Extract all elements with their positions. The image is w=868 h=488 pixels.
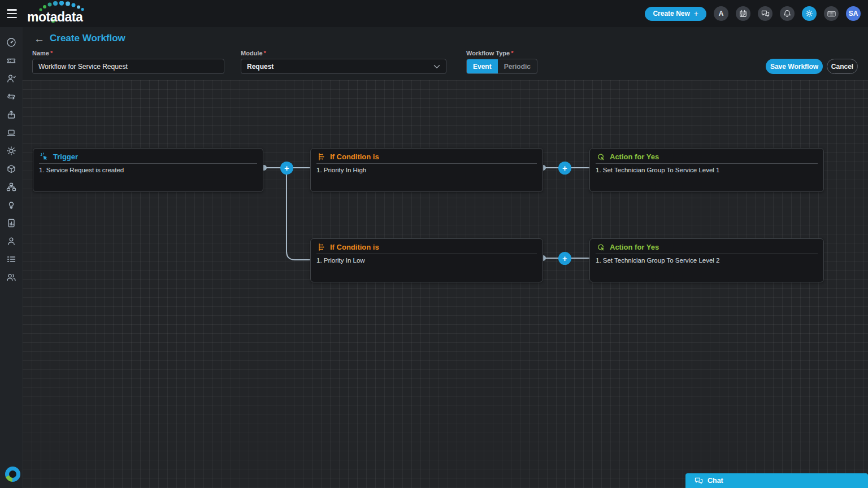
release-icon xyxy=(6,110,16,120)
messages-button[interactable] xyxy=(758,6,772,21)
add-node-button-after-trigger[interactable]: + xyxy=(280,162,293,175)
ticket-icon xyxy=(6,55,16,66)
brand-logo[interactable]: motadata xyxy=(27,1,101,26)
sidebar-item-assets[interactable] xyxy=(2,124,20,142)
condition-rules-icon xyxy=(318,152,326,161)
report-icon xyxy=(6,218,16,228)
create-new-button[interactable]: Create New + xyxy=(645,7,706,21)
node-action-2[interactable]: Action for Yes 1. Set Technician Group T… xyxy=(589,238,824,282)
module-select-value: Request xyxy=(247,63,274,71)
node-trigger[interactable]: Trigger 1. Service Request is created xyxy=(33,148,263,192)
workflow-type-periodic[interactable]: Periodic xyxy=(498,59,537,73)
chevron-down-icon xyxy=(433,64,440,69)
announcement-button[interactable]: A xyxy=(714,6,728,21)
action-tap-icon xyxy=(597,152,605,161)
gear-icon xyxy=(805,10,813,18)
node-condition-2[interactable]: If Condition is 1. Priority In Low xyxy=(310,238,543,282)
brand-name: motadata xyxy=(27,10,83,25)
add-node-button-after-condition-1[interactable]: + xyxy=(558,162,571,175)
sitemap-icon xyxy=(6,182,16,192)
node-title: If Condition is xyxy=(330,152,379,161)
sidebar xyxy=(0,27,23,488)
node-title: If Condition is xyxy=(330,243,379,251)
node-title: Trigger xyxy=(53,152,78,161)
action-tap-icon xyxy=(597,243,605,251)
bell-icon xyxy=(783,10,791,18)
package-icon xyxy=(6,164,16,174)
node-condition-1[interactable]: If Condition is 1. Priority In High xyxy=(310,148,543,192)
task-list-icon xyxy=(6,254,16,264)
calendar-icon xyxy=(739,10,747,18)
chat-bar[interactable]: Chat xyxy=(685,473,868,488)
topbar: motadata Create New + A xyxy=(0,0,868,27)
gear-icon xyxy=(6,146,16,156)
sidebar-item-release[interactable] xyxy=(2,106,20,124)
settings-button[interactable] xyxy=(802,6,817,21)
page-title-row: ← Create Workflow xyxy=(34,33,125,44)
module-label: Module* xyxy=(241,50,266,56)
sidebar-item-workflows[interactable] xyxy=(2,88,20,106)
workflow-canvas[interactable]: + + + Trigger 1. Service Request is crea… xyxy=(23,80,868,488)
sidebar-item-dashboard[interactable] xyxy=(2,33,20,51)
brand-ring-hole xyxy=(9,470,16,478)
laptop-icon xyxy=(6,128,16,138)
condition-rules-icon xyxy=(318,243,326,251)
node-title: Action for Yes xyxy=(610,152,659,161)
required-marker: * xyxy=(264,50,266,56)
required-marker: * xyxy=(511,50,513,56)
node-item: 1. Service Request is created xyxy=(33,164,263,173)
cancel-button[interactable]: Cancel xyxy=(827,59,858,74)
chat-bubbles-icon xyxy=(761,10,770,18)
sidebar-item-settings[interactable] xyxy=(2,142,20,160)
sidebar-item-packages[interactable] xyxy=(2,160,20,178)
app-root: motadata Create New + A xyxy=(0,0,868,488)
workflow-type-toggle: Event Periodic xyxy=(466,59,537,74)
topbar-actions: Create New + A xyxy=(645,6,868,21)
keyboard-button[interactable] xyxy=(824,6,839,21)
workflow-type-label: Workflow Type* xyxy=(466,50,514,56)
sidebar-item-reports[interactable] xyxy=(2,214,20,232)
back-arrow-icon[interactable]: ← xyxy=(34,33,45,44)
save-workflow-button[interactable]: Save Workflow xyxy=(766,59,823,74)
trigger-click-icon xyxy=(40,152,49,161)
sidebar-item-requests[interactable] xyxy=(2,51,20,69)
keyboard-icon xyxy=(827,10,836,18)
workflow-type-event[interactable]: Event xyxy=(467,59,498,73)
plus-icon: + xyxy=(694,9,698,18)
bulb-icon xyxy=(6,200,16,210)
module-select[interactable]: Request xyxy=(241,59,446,74)
workflow-connectors xyxy=(23,80,868,488)
sidebar-item-topology[interactable] xyxy=(2,178,20,196)
contacts-icon xyxy=(6,272,16,282)
hamburger-menu-icon[interactable] xyxy=(7,9,19,18)
notifications-button[interactable] xyxy=(780,6,795,21)
chat-bubbles-icon xyxy=(695,477,703,485)
page-title: Create Workflow xyxy=(50,33,125,44)
add-node-button-after-condition-2[interactable]: + xyxy=(558,252,571,265)
node-title: Action for Yes xyxy=(610,243,659,251)
sidebar-item-knowledge[interactable] xyxy=(2,196,20,214)
page-header: ← Create Workflow Name* Module* Request … xyxy=(23,27,868,80)
name-label: Name* xyxy=(32,50,53,56)
sidebar-item-users[interactable] xyxy=(2,69,20,88)
sidebar-item-tasks[interactable] xyxy=(2,250,20,268)
brand-ring-logo xyxy=(5,467,20,482)
node-item: 1. Priority In Low xyxy=(311,254,542,264)
node-item: 1. Priority In High xyxy=(311,164,542,173)
repeat-icon xyxy=(6,91,16,102)
sidebar-item-technicians[interactable] xyxy=(2,232,20,250)
calendar-button[interactable] xyxy=(736,6,750,21)
user-avatar[interactable]: SA xyxy=(846,6,861,21)
technician-icon xyxy=(6,236,16,246)
node-action-1[interactable]: Action for Yes 1. Set Technician Group T… xyxy=(589,148,824,192)
gauge-icon xyxy=(6,37,16,47)
node-item: 1. Set Technician Group To Service Level… xyxy=(590,164,823,173)
name-input[interactable] xyxy=(32,59,224,74)
required-marker: * xyxy=(50,50,53,56)
user-check-icon xyxy=(6,73,16,84)
chat-label: Chat xyxy=(708,477,723,485)
sidebar-item-contacts[interactable] xyxy=(2,268,20,286)
node-item: 1. Set Technician Group To Service Level… xyxy=(590,254,823,264)
